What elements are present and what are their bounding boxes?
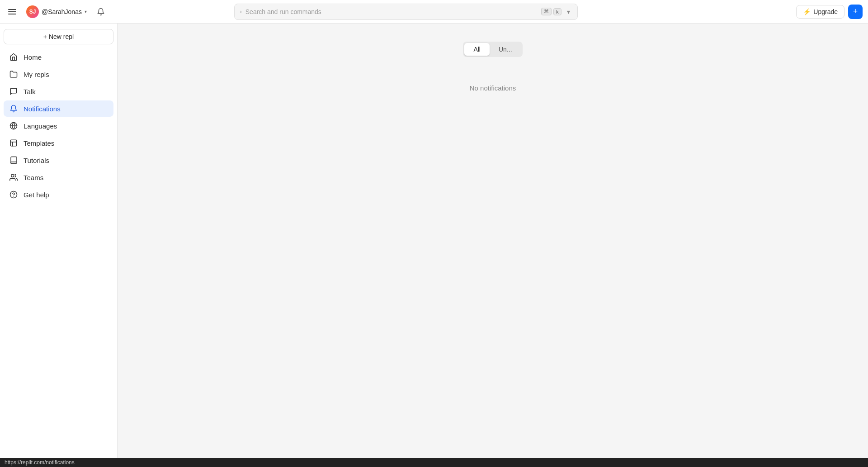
sidebar: + New repl Home My repls: [0, 24, 118, 458]
search-shortcut: ⌘ k: [541, 8, 561, 15]
sidebar-tutorials-label: Tutorials: [24, 157, 49, 164]
svg-rect-5: [10, 140, 17, 146]
sidebar-item-my-repls[interactable]: My repls: [4, 66, 113, 82]
search-bar[interactable]: › Search and run commands ⌘ k ▾: [234, 4, 578, 20]
svg-rect-0: [8, 9, 16, 10]
statusbar: https://replit.com/notifications: [0, 458, 868, 467]
plus-icon: +: [853, 7, 858, 16]
search-chevron-icon: ›: [240, 9, 242, 15]
teams-icon: [9, 173, 18, 182]
sidebar-item-templates[interactable]: Templates: [4, 135, 113, 151]
svg-point-8: [11, 174, 14, 177]
search-placeholder-text: Search and run commands: [245, 8, 538, 15]
empty-notifications-message: No notifications: [470, 84, 516, 92]
filter-tabs: All Un...: [463, 42, 522, 57]
filter-all-button[interactable]: All: [464, 43, 490, 56]
bell-icon: [9, 104, 18, 113]
talk-icon: [9, 87, 18, 96]
sidebar-talk-label: Talk: [24, 88, 36, 95]
template-icon: [9, 138, 18, 148]
topbar-right: ⚡ Upgrade +: [796, 5, 863, 19]
hamburger-button[interactable]: [5, 5, 19, 19]
sidebar-item-talk[interactable]: Talk: [4, 83, 113, 100]
sidebar-get-help-label: Get help: [24, 191, 49, 199]
notification-bell-button[interactable]: [94, 5, 108, 19]
sidebar-item-get-help[interactable]: Get help: [4, 186, 113, 203]
new-repl-label: + New repl: [43, 33, 74, 40]
user-menu-button[interactable]: SJ @SarahJonas ▾: [23, 4, 90, 20]
sidebar-my-repls-label: My repls: [24, 71, 49, 78]
sidebar-item-home[interactable]: Home: [4, 49, 113, 65]
sidebar-templates-label: Templates: [24, 139, 54, 147]
globe-icon: [9, 121, 18, 130]
upgrade-button[interactable]: ⚡ Upgrade: [796, 5, 844, 19]
username-label: @SarahJonas: [42, 8, 82, 15]
new-repl-icon-button[interactable]: +: [848, 5, 863, 19]
sidebar-item-tutorials[interactable]: Tutorials: [4, 152, 113, 168]
folder-icon: [9, 70, 18, 79]
help-icon: [9, 190, 18, 199]
statusbar-url: https://replit.com/notifications: [5, 459, 75, 466]
shortcut-key1: ⌘: [541, 8, 552, 15]
shortcut-key2: k: [553, 8, 561, 15]
new-repl-button[interactable]: + New repl: [4, 29, 113, 44]
sidebar-item-teams[interactable]: Teams: [4, 169, 113, 186]
main-layout: + New repl Home My repls: [0, 24, 868, 458]
home-icon: [9, 52, 18, 62]
topbar: SJ @SarahJonas ▾ › Search and run comman…: [0, 0, 868, 24]
svg-rect-2: [8, 14, 16, 14]
chevron-down-icon: ▾: [85, 9, 87, 14]
upgrade-label: Upgrade: [813, 8, 838, 15]
sidebar-teams-label: Teams: [24, 174, 43, 181]
upgrade-icon: ⚡: [803, 8, 811, 15]
sidebar-notifications-label: Notifications: [24, 105, 61, 113]
topbar-left: SJ @SarahJonas ▾: [5, 4, 123, 20]
filter-unread-button[interactable]: Un...: [490, 43, 521, 56]
book-icon: [9, 156, 18, 165]
sidebar-home-label: Home: [24, 53, 42, 61]
sidebar-item-languages[interactable]: Languages: [4, 118, 113, 134]
sidebar-item-notifications[interactable]: Notifications: [4, 100, 113, 117]
avatar: SJ: [26, 5, 39, 18]
notifications-content: All Un... No notifications: [118, 24, 868, 458]
search-expand-button[interactable]: ▾: [565, 7, 572, 16]
svg-rect-1: [8, 11, 16, 12]
sidebar-languages-label: Languages: [24, 122, 57, 130]
